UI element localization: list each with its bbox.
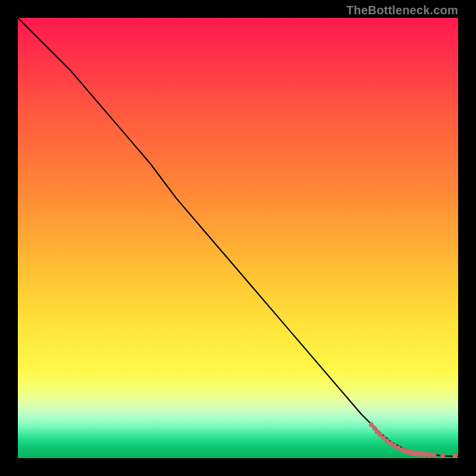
scatter-point xyxy=(453,453,458,458)
watermark-text: TheBottleneck.com xyxy=(346,4,458,17)
scatter-point xyxy=(440,453,445,458)
plot-area xyxy=(18,18,458,458)
curve-line xyxy=(18,18,458,456)
scatter-points xyxy=(369,422,458,459)
scatter-point xyxy=(421,452,427,458)
chart-overlay xyxy=(18,18,458,458)
scatter-point xyxy=(427,452,432,458)
scatter-point xyxy=(431,453,436,458)
chart-frame: TheBottleneck.com xyxy=(0,0,476,476)
